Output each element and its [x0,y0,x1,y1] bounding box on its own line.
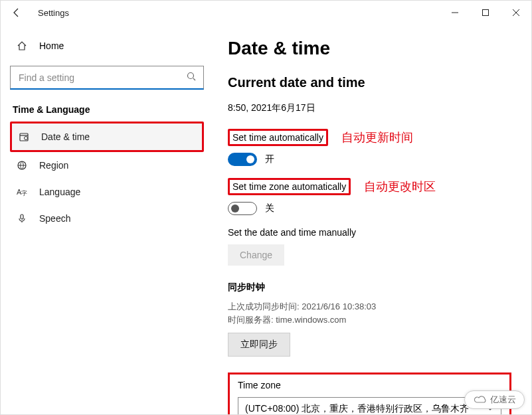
svg-text:字: 字 [21,190,27,197]
toggle-track-off[interactable] [228,202,257,215]
search-icon [186,71,197,84]
set-time-auto-toggle[interactable]: 开 [228,153,511,166]
timezone-label: Time zone [238,380,501,390]
sidebar: Home Time & Language Date & time [1,25,213,414]
sync-now-button[interactable]: 立即同步 [228,333,290,357]
svg-rect-1 [483,10,489,16]
watermark-text: 亿速云 [490,394,516,406]
svg-line-3 [193,78,195,80]
maximize-button[interactable] [470,1,501,25]
toggle-state-label: 开 [265,153,274,165]
set-tz-auto-toggle[interactable]: 关 [228,202,511,215]
category-title: Time & Language [10,104,204,115]
clock-icon [17,131,31,142]
svg-point-2 [188,72,194,78]
minimize-button[interactable] [440,1,470,25]
nav-label: Region [39,160,68,171]
current-datetime: 8:50, 2021年6月17日 [228,102,511,114]
section-title: Current date and time [228,75,511,90]
nav-label: Language [39,187,80,197]
window-title: Settings [38,8,69,18]
sync-clock-title: 同步时钟 [228,282,511,293]
nav-label: Speech [39,213,70,224]
home-icon [15,41,29,51]
nav-region[interactable]: Region [10,152,204,179]
mic-icon [15,213,29,224]
timezone-value: (UTC+08:00) 北京，重庆，香港特别行政区，乌鲁木齐 [245,403,469,414]
search-input-container[interactable] [10,66,204,90]
svg-point-6 [25,137,28,140]
home-nav[interactable]: Home [10,35,204,56]
svg-rect-10 [21,214,23,219]
timezone-select[interactable]: (UTC+08:00) 北京，重庆，香港特别行政区，乌鲁木齐 [238,397,501,414]
sync-last-time: 上次成功同步时间: 2021/6/16 10:38:03 [228,300,511,313]
home-label: Home [39,41,64,51]
set-tz-auto-label: Set time zone automatically [228,178,351,195]
annotation-auto-time: 自动更新时间 [341,129,413,145]
watermark-badge: 亿速云 [464,390,525,409]
back-button[interactable] [10,6,23,19]
change-button: Change [228,244,284,266]
nav-date-time[interactable]: Date & time [12,124,202,150]
sync-server: 时间服务器: time.windows.com [228,313,511,327]
annotation-auto-tz: 自动更改时区 [364,179,436,195]
nav-language[interactable]: A字 Language [10,179,204,205]
toggle-state-label: 关 [265,203,274,214]
nav-label: Date & time [41,131,90,142]
nav-speech[interactable]: Speech [10,205,204,232]
language-icon: A字 [15,187,29,197]
manual-set-label: Set the date and time manually [228,227,511,238]
toggle-track-on[interactable] [228,153,257,166]
main-content: Date & time Current date and time 8:50, … [213,25,531,414]
set-time-auto-label: Set time automatically [228,129,328,146]
page-title: Date & time [228,38,511,59]
close-button[interactable] [501,1,531,25]
search-input[interactable] [17,72,186,84]
globe-icon [15,160,29,171]
